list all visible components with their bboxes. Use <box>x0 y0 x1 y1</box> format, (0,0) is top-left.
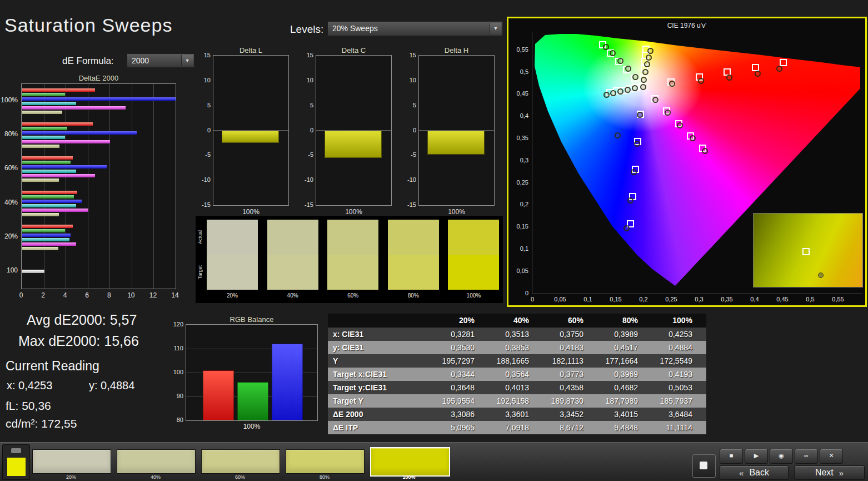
deltae-bar-red <box>22 225 73 228</box>
sample-tile-20%[interactable] <box>32 449 111 474</box>
results-cell: 0,4013 <box>488 381 543 394</box>
transport-play-button[interactable]: ▶ <box>745 449 768 464</box>
next-button[interactable]: Next » <box>794 465 865 480</box>
de-formula-dropdown[interactable]: 2000 ▼ <box>127 53 194 68</box>
deltae-bar-blue <box>22 234 71 237</box>
patch-window-button[interactable] <box>692 454 716 478</box>
sample-tile-60%[interactable] <box>201 449 280 474</box>
rgb-y-tick-label: 120 <box>173 321 183 328</box>
back-button[interactable]: « Back <box>720 465 789 480</box>
results-cell: 3,3601 <box>488 408 543 421</box>
delta-l-y-tick-label: -5 <box>205 151 211 158</box>
deltae-bar-yellow <box>22 213 59 216</box>
levels-dropdown[interactable]: 20% Sweeps ▼ <box>327 21 503 36</box>
cie-measurement-marker <box>617 58 623 64</box>
cie-measurement-marker <box>641 77 647 83</box>
cie-measurement-marker <box>625 87 631 93</box>
deltae-category-label: 40% <box>4 199 18 206</box>
rgb-bar-red <box>203 370 234 420</box>
sample-tile-100%[interactable] <box>370 447 450 477</box>
cie-y-tick-label: 0,4 <box>520 112 528 119</box>
cie-x-tick-label: 0,45 <box>774 296 791 303</box>
delta-c-plot <box>316 55 392 206</box>
sample-tile-label: 60% <box>201 474 279 480</box>
results-cell: 195,7297 <box>434 354 488 368</box>
results-cell: 0,4682 <box>597 381 652 394</box>
transport-read-continuous-button[interactable]: ∞ <box>795 449 818 464</box>
delta-h-y-tick-label: 10 <box>410 77 416 83</box>
deltae-bar-white <box>22 270 44 273</box>
sample-actual-swatch-40% <box>267 220 318 255</box>
current-reading-label: Current Reading <box>6 359 99 374</box>
cie-x-tick-label: 0,2 <box>635 296 652 303</box>
deltae-gridline <box>66 84 66 289</box>
deltae-x-tick-label: 8 <box>103 291 114 299</box>
cie-measurement-marker <box>615 132 621 138</box>
transport-read-once-button[interactable]: ◉ <box>770 449 793 464</box>
sample-tile-40%[interactable] <box>117 449 196 474</box>
results-table-row: Target x:CIE310,33440,35640,37730,39690,… <box>328 368 706 381</box>
delta-h-title: Delta H <box>418 46 495 54</box>
results-table-row: Target Y195,9554192,5158189,8730187,7989… <box>328 394 706 408</box>
results-table-row: y: CIE310,35300,38530,41830,45170,4884 <box>328 341 706 354</box>
deltae-bar-magenta <box>22 140 110 143</box>
results-cell: 0,4358 <box>543 381 597 394</box>
delta-l-x-label: 100% <box>213 208 289 216</box>
sample-actual-swatch-60% <box>327 220 378 255</box>
deltae-bar-yellow <box>22 178 59 182</box>
results-row-label: ΔE ITP <box>328 421 434 434</box>
patch-preview-button[interactable] <box>2 444 30 480</box>
cie-target-marker <box>752 64 759 71</box>
results-cell: 195,9554 <box>434 394 488 408</box>
results-table-row: Y195,7297188,1665182,1113177,1664172,554… <box>328 354 706 368</box>
results-row-label: y: CIE31 <box>328 341 434 354</box>
avg-de2000: Avg dE2000: 5,57 <box>27 312 137 328</box>
cie-x-tick-label: 0,4 <box>746 296 763 303</box>
delta-l-y-tick-label: -10 <box>202 176 211 183</box>
current-patch-swatch <box>7 458 26 476</box>
sample-swatch-label: 20% <box>201 292 263 299</box>
delta-c-y-tick-label: -10 <box>305 176 313 183</box>
sample-tile-80%[interactable] <box>286 449 365 474</box>
results-header-cell: 60% <box>543 314 597 328</box>
delta-h-y-tick-label: 15 <box>410 52 416 58</box>
results-row-label: x: CIE31 <box>328 328 434 341</box>
cie-y-tick-label: 0,3 <box>520 157 528 163</box>
sample-target-swatch-100% <box>448 255 499 290</box>
deltae-bar-green <box>22 161 71 164</box>
deltae-bar-cyan <box>22 136 65 139</box>
sample-tile-label: 100% <box>370 474 448 480</box>
deltae-gridline <box>132 84 132 289</box>
cie-measurement-marker <box>632 74 638 80</box>
deltae-x-tick-label: 0 <box>16 291 27 299</box>
de-formula-label: dE Formula: <box>62 56 114 67</box>
deltae-bar-yellow <box>22 111 62 114</box>
sample-target-swatch-40% <box>267 255 318 290</box>
delta-h-bar <box>427 131 485 155</box>
results-cell: 0,3773 <box>543 368 597 381</box>
sample-actual-swatch-80% <box>388 220 439 255</box>
results-header-cell: 20% <box>434 314 488 328</box>
transport-close-button[interactable]: ✕ <box>820 449 843 464</box>
sample-swatch-label: 40% <box>262 292 324 299</box>
sample-target-swatch-80% <box>388 255 439 290</box>
deltae-bar-red <box>22 191 77 194</box>
sample-tile-label: 80% <box>286 474 363 480</box>
transport-stop-button[interactable]: ■ <box>720 449 743 464</box>
deltae-bar-green <box>22 229 65 232</box>
current-x: x: 0,4253 <box>7 379 52 392</box>
cie-measurement-marker <box>647 48 654 54</box>
sample-target-swatch-20% <box>207 255 258 290</box>
results-table-header-row: 20%40%60%80%100% <box>328 314 706 328</box>
results-cell: 0,3513 <box>488 328 543 341</box>
results-row-label: Target y:CIE31 <box>328 381 434 394</box>
cie-y-axis: 00,050,10,150,20,250,30,350,40,450,50,55 <box>511 32 530 299</box>
cie-x-axis-line <box>532 294 862 294</box>
cie-y-tick-label: 0,45 <box>517 90 528 97</box>
results-cell: 0,4884 <box>652 341 706 354</box>
cie-measurement-marker <box>617 88 623 95</box>
deltae-plot <box>21 83 176 289</box>
bottom-bar: « Back Next » 20%40%60%80%100%■▶◉∞✕ <box>0 442 868 481</box>
delta-h-plot <box>418 55 495 206</box>
sample-target-label: Target <box>197 255 203 290</box>
